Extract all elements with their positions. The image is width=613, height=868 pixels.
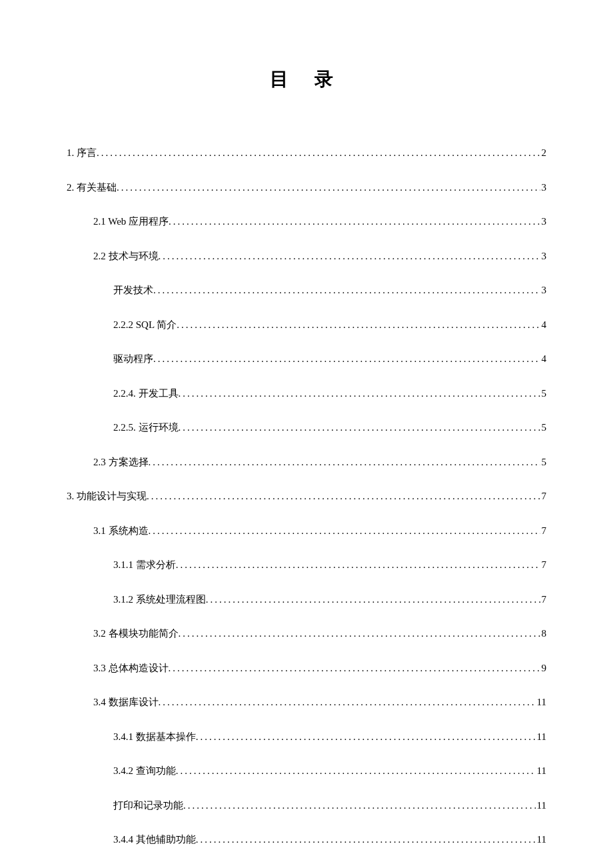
toc-entry: 开发技术 3 xyxy=(67,283,546,298)
toc-entry-page: 3 xyxy=(540,214,547,229)
toc-leader-dots xyxy=(153,283,540,298)
toc-entry: 3.4 数据库设计 11 xyxy=(67,695,546,710)
toc-entry-page: 11 xyxy=(536,729,546,745)
toc-entry-label: 2.2.2 SQL 简介 xyxy=(113,317,177,333)
toc-entry: 2.1 Web 应用程序 3 xyxy=(67,214,546,229)
toc-entry-page: 7 xyxy=(540,523,547,539)
toc-entry-label: 2. 有关基础 xyxy=(67,180,117,195)
toc-entry-page: 5 xyxy=(540,386,547,401)
toc-entry-page: 7 xyxy=(540,557,547,573)
toc-entry-page: 2 xyxy=(540,145,547,161)
toc-leader-dots xyxy=(179,626,540,641)
toc-entry: 3. 功能设计与实现 7 xyxy=(67,489,546,504)
toc-leader-dots xyxy=(179,420,540,435)
toc-entry-label: 3.2 各模块功能简介 xyxy=(93,626,179,641)
toc-leader-dots xyxy=(196,729,536,745)
toc-leader-dots xyxy=(117,180,540,195)
toc-entry-label: 3.4.4 其他辅助功能 xyxy=(113,832,196,847)
toc-entry: 3.1.1 需求分析 7 xyxy=(67,557,546,573)
toc-leader-dots xyxy=(149,523,540,539)
toc-entry-page: 11 xyxy=(536,763,546,779)
toc-entry-page: 11 xyxy=(536,798,546,813)
toc-entry-page: 7 xyxy=(540,489,547,504)
toc-leader-dots xyxy=(206,592,540,607)
toc-entry-page: 9 xyxy=(540,661,547,676)
toc-entry-label: 打印和记录功能 xyxy=(113,798,183,813)
toc-entry-page: 3 xyxy=(540,283,547,298)
toc-entry-label: 3.3 总体构造设计 xyxy=(93,661,169,676)
toc-entry-label: 3.1 系统构造 xyxy=(93,523,149,539)
page-title: 目 录 xyxy=(67,67,546,92)
toc-entry: 2.2 技术与环境 3 xyxy=(67,249,546,264)
toc-entry-label: 3.1.2 系统处理流程图 xyxy=(113,592,206,607)
toc-entry-label: 2.3 方案选择 xyxy=(93,455,149,470)
toc-entry-page: 4 xyxy=(540,317,547,333)
toc-leader-dots xyxy=(176,763,536,779)
toc-entry-label: 3. 功能设计与实现 xyxy=(67,489,147,504)
toc-leader-dots xyxy=(147,489,540,504)
toc-leader-dots xyxy=(159,695,536,710)
toc-entry: 1. 序言 2 xyxy=(67,145,546,161)
toc-entry: 3.1.2 系统处理流程图 7 xyxy=(67,592,546,607)
toc-leader-dots xyxy=(169,661,540,676)
toc-leader-dots xyxy=(97,145,540,161)
toc-entry-page: 5 xyxy=(540,455,547,470)
toc-entry-label: 3.4 数据库设计 xyxy=(93,695,159,710)
toc-entry-page: 3 xyxy=(540,249,547,264)
toc-entry: 3.4.2 查询功能 11 xyxy=(67,763,546,779)
toc-entry-label: 2.2.4. 开发工具 xyxy=(113,386,179,401)
toc-leader-dots xyxy=(176,557,540,573)
toc-entry-page: 11 xyxy=(536,832,546,847)
toc-entry-page: 8 xyxy=(540,626,547,641)
toc-entry: 2.2.4. 开发工具 5 xyxy=(67,386,546,401)
toc-entry: 2.2.2 SQL 简介 4 xyxy=(67,317,546,333)
toc-entry-label: 3.4.2 查询功能 xyxy=(113,763,176,779)
toc-entry-label: 驱动程序 xyxy=(113,351,153,367)
toc-entry-label: 1. 序言 xyxy=(67,145,97,161)
toc-entry: 3.4.4 其他辅助功能 11 xyxy=(67,832,546,847)
toc-leader-dots xyxy=(149,455,540,470)
toc-leader-dots xyxy=(159,249,540,264)
toc-leader-dots xyxy=(179,386,540,401)
toc-entry: 2. 有关基础 3 xyxy=(67,180,546,195)
toc-entry-page: 7 xyxy=(540,592,547,607)
toc-leader-dots xyxy=(177,317,540,333)
toc-entry-page: 5 xyxy=(540,420,547,435)
toc-entry: 驱动程序 4 xyxy=(67,351,546,367)
toc-entry: 3.1 系统构造7 xyxy=(67,523,546,539)
toc-entry: 3.4.1 数据基本操作 11 xyxy=(67,729,546,745)
table-of-contents: 1. 序言 22. 有关基础 32.1 Web 应用程序 32.2 技术与环境 … xyxy=(67,145,546,868)
toc-entry: 3.3 总体构造设计 9 xyxy=(67,661,546,676)
toc-entry-label: 2.2 技术与环境 xyxy=(93,249,159,264)
toc-entry-label: 3.1.1 需求分析 xyxy=(113,557,176,573)
toc-entry-page: 4 xyxy=(540,351,547,367)
toc-entry: 2.3 方案选择5 xyxy=(67,455,546,470)
toc-entry-label: 2.1 Web 应用程序 xyxy=(93,214,169,229)
toc-entry-label: 开发技术 xyxy=(113,283,153,298)
toc-leader-dots xyxy=(153,351,540,367)
toc-entry-page: 3 xyxy=(540,180,547,195)
toc-entry: 3.2 各模块功能简介8 xyxy=(67,626,546,641)
toc-leader-dots xyxy=(196,832,536,847)
toc-entry: 2.2.5. 运行环境 5 xyxy=(67,420,546,435)
toc-entry-page: 11 xyxy=(536,695,546,710)
toc-leader-dots xyxy=(183,798,536,813)
toc-entry: 打印和记录功能 11 xyxy=(67,798,546,813)
toc-leader-dots xyxy=(169,214,540,229)
toc-entry-label: 2.2.5. 运行环境 xyxy=(113,420,179,435)
toc-entry-label: 3.4.1 数据基本操作 xyxy=(113,729,196,745)
